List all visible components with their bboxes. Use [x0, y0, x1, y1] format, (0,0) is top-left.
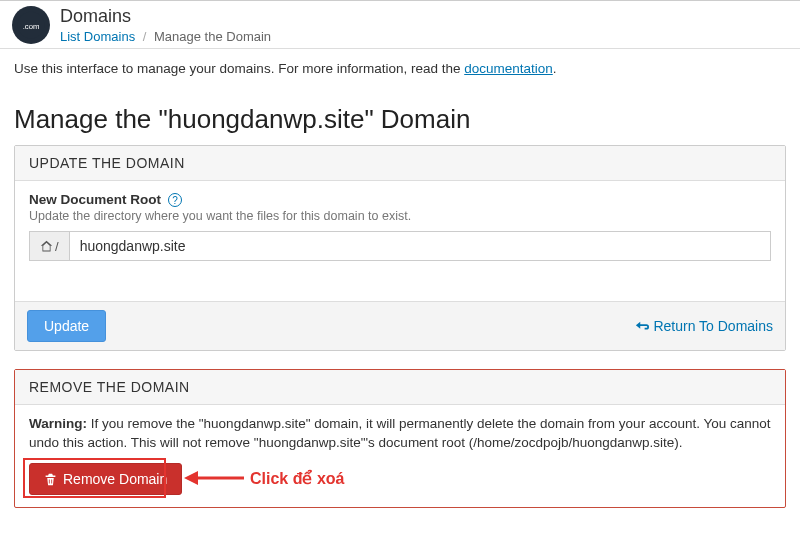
breadcrumb-current: Manage the Domain	[154, 29, 271, 44]
annotation-arrow: Click để xoá	[184, 467, 344, 489]
page-header: .com Domains List Domains / Manage the D…	[0, 0, 800, 49]
module-title: Domains	[60, 6, 271, 28]
update-domain-panel: UPDATE THE DOMAIN New Document Root ? Up…	[14, 145, 786, 351]
remove-warning-text: Warning: If you remove the "huongdanwp.s…	[29, 415, 771, 453]
documentation-link[interactable]: documentation	[464, 61, 553, 76]
remove-panel-header: REMOVE THE DOMAIN	[15, 370, 785, 405]
trash-icon	[44, 473, 57, 486]
breadcrumb: List Domains / Manage the Domain	[60, 29, 271, 44]
document-root-label: New Document Root	[29, 192, 161, 207]
domains-logo-icon: .com	[12, 6, 50, 44]
return-to-domains-link[interactable]: Return To Domains	[635, 318, 773, 334]
home-path-addon: /	[29, 231, 69, 261]
help-icon[interactable]: ?	[168, 193, 182, 207]
document-root-input[interactable]	[69, 231, 771, 261]
breadcrumb-list-domains[interactable]: List Domains	[60, 29, 135, 44]
intro-text: Use this interface to manage your domain…	[14, 61, 786, 76]
page-title: Manage the "huongdanwp.site" Domain	[14, 104, 786, 135]
update-button[interactable]: Update	[27, 310, 106, 342]
return-icon	[635, 319, 649, 333]
update-panel-header: UPDATE THE DOMAIN	[15, 146, 785, 181]
remove-domain-button[interactable]: Remove Domain	[29, 463, 182, 495]
breadcrumb-separator: /	[139, 29, 151, 44]
remove-domain-panel: REMOVE THE DOMAIN Warning: If you remove…	[14, 369, 786, 508]
annotation-text: Click để xoá	[250, 469, 344, 488]
svg-marker-2	[184, 471, 198, 485]
logo-text-icon: .com	[23, 22, 40, 31]
document-root-help: Update the directory where you want the …	[29, 209, 771, 223]
home-icon	[40, 240, 53, 253]
